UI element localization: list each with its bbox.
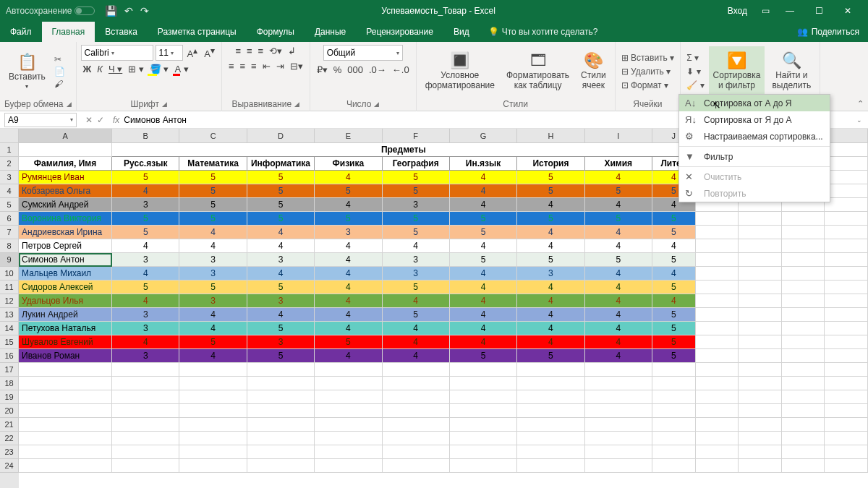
sort-filter-button[interactable]: 🔽Сортировка и фильтр: [709, 46, 765, 97]
data-cell[interactable]: 4: [247, 308, 315, 322]
row-header[interactable]: 13: [0, 308, 19, 322]
data-cell[interactable]: Сидоров Алексей: [19, 281, 112, 294]
format-painter-icon[interactable]: 🖌: [54, 79, 65, 89]
currency-icon[interactable]: ₽▾: [315, 64, 330, 76]
data-cell[interactable]: 5: [585, 184, 652, 198]
data-cell[interactable]: 5: [585, 212, 652, 226]
col-header[interactable]: [825, 129, 868, 143]
data-cell[interactable]: Румянцев Иван: [19, 171, 112, 184]
data-cell[interactable]: 4: [450, 308, 517, 322]
data-cell[interactable]: 4: [179, 226, 247, 239]
row-header[interactable]: 6: [0, 212, 19, 226]
data-cell[interactable]: 4: [585, 281, 652, 294]
data-cell[interactable]: 4: [517, 322, 584, 335]
dec-decimal-icon[interactable]: ←.0: [390, 64, 412, 76]
row-header[interactable]: 22: [0, 432, 19, 445]
tab-home[interactable]: Главная: [42, 22, 95, 42]
column-title[interactable]: Физика: [315, 157, 382, 171]
data-cell[interactable]: 3: [179, 267, 247, 281]
launcher-icon[interactable]: ◢: [162, 100, 167, 108]
data-cell[interactable]: 4: [517, 335, 584, 349]
data-cell[interactable]: 4: [315, 294, 382, 308]
data-cell[interactable]: 5: [112, 281, 179, 294]
data-cell[interactable]: 4: [517, 226, 584, 239]
data-cell[interactable]: 4: [112, 335, 179, 349]
row-header[interactable]: 20: [0, 404, 19, 418]
data-cell[interactable]: 4: [450, 198, 517, 212]
row-header[interactable]: 8: [0, 239, 19, 253]
row-header[interactable]: 12: [0, 294, 19, 308]
data-cell[interactable]: 5: [383, 226, 450, 239]
row-header[interactable]: 11: [0, 281, 19, 294]
save-icon[interactable]: 💾: [105, 5, 117, 17]
col-header[interactable]: H: [517, 129, 584, 143]
col-header[interactable]: F: [383, 129, 450, 143]
wrap-text-icon[interactable]: ↲: [286, 45, 298, 57]
sort-za-item[interactable]: Я↓Сортировка от Я до А: [679, 111, 830, 128]
data-cell[interactable]: 4: [383, 239, 450, 253]
inc-decimal-icon[interactable]: .0→: [367, 64, 388, 76]
data-cell[interactable]: 5: [315, 335, 382, 349]
data-cell[interactable]: 4: [585, 294, 652, 308]
tab-insert[interactable]: Вставка: [95, 22, 148, 42]
data-cell[interactable]: 4: [112, 294, 179, 308]
data-cell[interactable]: 5: [517, 253, 584, 267]
tab-formulas[interactable]: Формулы: [247, 22, 305, 42]
tab-review[interactable]: Рецензирование: [356, 22, 443, 42]
data-cell[interactable]: 4: [315, 239, 382, 253]
data-cell[interactable]: 3: [112, 253, 179, 267]
data-cell[interactable]: 3: [247, 335, 315, 349]
shrink-font-icon[interactable]: A▾: [202, 45, 217, 60]
data-cell[interactable]: 4: [585, 226, 652, 239]
data-cell[interactable]: 4: [315, 281, 382, 294]
data-cell[interactable]: 4: [517, 239, 584, 253]
find-select-button[interactable]: 🔍Найти и выделить: [767, 46, 815, 97]
conditional-format-button[interactable]: 🔳Условное форматирование: [421, 46, 499, 97]
align-middle-icon[interactable]: ≡: [244, 45, 255, 57]
undo-icon[interactable]: ↶: [124, 5, 133, 17]
fill-color-button[interactable]: 🪣 ▾: [148, 63, 171, 75]
ribbon-options-icon[interactable]: ▭: [762, 6, 770, 16]
data-cell[interactable]: 3: [383, 267, 450, 281]
font-name-dropdown[interactable]: Calibri▾: [81, 45, 153, 61]
align-top-icon[interactable]: ≡: [233, 45, 243, 57]
data-cell[interactable]: 4: [112, 184, 179, 198]
data-cell[interactable]: 4: [315, 322, 382, 335]
data-cell[interactable]: 4: [585, 171, 652, 184]
font-color-button[interactable]: A ▾: [173, 63, 191, 75]
maximize-button[interactable]: ☐: [804, 6, 833, 16]
enter-icon[interactable]: ✓: [97, 115, 104, 125]
orientation-icon[interactable]: ⟲▾: [267, 45, 284, 57]
tell-me[interactable]: 💡 Что вы хотите сделать?: [480, 22, 607, 42]
expand-fbar-icon[interactable]: ⌄: [851, 116, 868, 124]
data-cell[interactable]: 5: [450, 212, 517, 226]
col-header[interactable]: G: [450, 129, 517, 143]
clear-icon[interactable]: 🧹 ▾: [686, 80, 704, 90]
launcher-icon[interactable]: ◢: [294, 100, 299, 108]
row-header[interactable]: 10: [0, 267, 19, 281]
column-title[interactable]: История: [517, 157, 584, 171]
data-cell[interactable]: 5: [247, 322, 315, 335]
align-right-icon[interactable]: ≡: [249, 60, 259, 72]
row-header[interactable]: 18: [0, 377, 19, 390]
format-as-table-button[interactable]: 🗔Форматировать как таблицу: [502, 46, 574, 97]
tab-layout[interactable]: Разметка страницы: [148, 22, 247, 42]
align-left-icon[interactable]: ≡: [226, 60, 237, 72]
column-title[interactable]: География: [383, 157, 450, 171]
tab-file[interactable]: Файл: [0, 22, 42, 42]
data-cell[interactable]: 4: [585, 267, 652, 281]
align-center-icon[interactable]: ≡: [237, 60, 247, 72]
fill-icon[interactable]: ⬇ ▾: [686, 67, 704, 77]
data-cell[interactable]: Удальцов Илья: [19, 294, 112, 308]
row-header[interactable]: 1: [0, 143, 19, 157]
row-header[interactable]: 7: [0, 226, 19, 239]
insert-cells-button[interactable]: ⊞ Вставить ▾: [621, 53, 675, 63]
data-cell[interactable]: 5: [652, 308, 696, 322]
data-cell[interactable]: 3: [112, 308, 179, 322]
autosave-toggle[interactable]: Автосохранение: [6, 6, 95, 16]
data-cell[interactable]: 4: [585, 335, 652, 349]
italic-button[interactable]: К: [95, 63, 105, 75]
data-cell[interactable]: 4: [517, 198, 584, 212]
data-cell[interactable]: 4: [585, 239, 652, 253]
data-cell[interactable]: Петров Сергей: [19, 239, 112, 253]
